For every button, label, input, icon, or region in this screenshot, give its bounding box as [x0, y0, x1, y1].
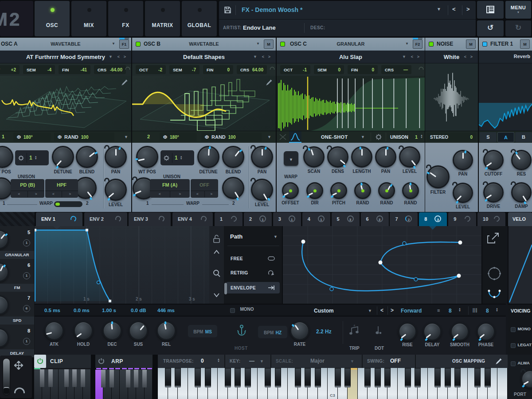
tab-env1[interactable]: ENV 1 [36, 212, 82, 226]
oscA-warp-mode[interactable]: PD (B)<> [11, 179, 44, 198]
white-key-34[interactable] [497, 368, 508, 399]
tab-lfo-4[interactable]: 41 [302, 212, 330, 226]
knob-noise-LEVEL[interactable]: LEVEL [448, 183, 478, 209]
black-key-20[interactable] [364, 368, 371, 387]
black-key-25[interactable] [415, 368, 421, 387]
host-anchor-icon[interactable] [236, 325, 247, 336]
lfo-shape-value[interactable]: Custom [314, 308, 334, 314]
arpkeys-black-4[interactable] [134, 370, 138, 387]
arpkeys-black-3[interactable] [126, 370, 130, 387]
artist-value[interactable]: Endov Lane [243, 24, 276, 31]
oscA-badge[interactable]: F1 [119, 39, 129, 49]
black-key-1[interactable] [175, 368, 181, 387]
noise-next[interactable]: > [470, 55, 473, 59]
clipkeys-black-5[interactable] [81, 369, 85, 387]
tab-lfo-2[interactable]: 21 [244, 212, 272, 226]
lfo-rate-value[interactable]: 2.2 Hz [316, 329, 332, 335]
oscC-tune-oct[interactable]: OCT-1 [280, 65, 310, 74]
oscC-warp-dropdown[interactable]: ▼ [284, 151, 298, 166]
preset-prev[interactable]: < [452, 6, 456, 12]
oscA-filter-mode[interactable]: HPF<> [45, 179, 78, 198]
black-key-7[interactable] [235, 368, 241, 387]
triplet-icon[interactable]: 3 [349, 325, 360, 335]
oscA-phase-rand[interactable]: ΦRAND100 [54, 133, 114, 141]
osc-mapping-label[interactable]: OSC MAPPING [452, 359, 485, 364]
unison-gear-icon[interactable] [375, 133, 382, 141]
lfo-mode-label[interactable]: Path [230, 233, 243, 240]
oscA-tune-oct[interactable]: OCT+2 [0, 65, 20, 74]
tab-lfo-10[interactable]: 10 [477, 212, 505, 226]
oneshot-value[interactable]: ONE-SHOT [321, 134, 348, 140]
lfo-display[interactable] [283, 226, 481, 304]
knob-lfo-RATE[interactable]: RATE [285, 321, 315, 347]
clipkeys-black-1[interactable] [48, 369, 53, 387]
clipkeys-black-0[interactable] [40, 369, 44, 387]
velo-display[interactable] [508, 226, 532, 304]
tab-lfo-7[interactable]: 72 [390, 212, 418, 226]
env-value-0[interactable]: 0.5 ms [44, 308, 60, 313]
knob-oscC-RAND5[interactable]: RAND [395, 182, 426, 205]
knob-oscA-BLEND[interactable]: BLEND [72, 146, 102, 174]
oscA-unison-stepper[interactable]: 1▲▼ [15, 150, 49, 165]
key-dropdown-icon[interactable]: ▼ [260, 359, 264, 364]
knob-oscA-PAN[interactable]: PAN [101, 146, 131, 174]
lfo-mode-envelope[interactable]: ENVELOPE [226, 282, 280, 293]
filter-tab-B[interactable]: B [515, 132, 532, 142]
undo-button[interactable]: ↺ [477, 20, 504, 36]
pitch-wheel[interactable] [3, 358, 10, 395]
preset-name[interactable]: FX - Demon Woosh * [242, 6, 302, 13]
black-key-15[interactable] [315, 368, 321, 387]
mod-slot-granular[interactable]: 51GRANULAR [0, 226, 34, 259]
transpose-stepper[interactable]: ▲▼ [217, 358, 220, 363]
filter-tab-A[interactable]: A [497, 132, 514, 142]
black-key-22[interactable] [384, 368, 391, 387]
oscC-mode-dropdown[interactable]: ▼ [405, 42, 409, 46]
dotted-icon[interactable] [374, 325, 382, 335]
lfo-mode-free[interactable]: FREE [226, 253, 280, 264]
oneshot-dropdown[interactable]: ▼ [361, 135, 365, 139]
tab-lfo-3[interactable]: 31 [273, 212, 301, 226]
save-icon[interactable] [224, 7, 231, 13]
black-key-14[interactable] [305, 368, 311, 387]
oscB-badge[interactable]: M [264, 39, 274, 49]
knob-env-DEC[interactable]: DEC [97, 321, 127, 347]
black-key-18[interactable] [344, 368, 351, 387]
mod-slot-delay[interactable]: 81DELAY [0, 325, 34, 357]
header-tab-global[interactable]: GLOBAL [182, 1, 217, 36]
oscC-unison-value[interactable]: 1 [415, 134, 418, 140]
mapping-edit-icon[interactable] [496, 358, 502, 364]
arpkeys-black-1[interactable] [110, 370, 114, 387]
header-tab-fx[interactable]: FX [108, 1, 143, 36]
voicing-mono-checkbox[interactable] [511, 327, 516, 332]
black-key-21[interactable] [375, 368, 381, 387]
black-key-27[interactable] [434, 368, 441, 387]
arpkeys-black-0[interactable] [101, 370, 106, 387]
oscB-tune-sem[interactable]: SEM-7 [169, 65, 200, 74]
black-key-31[interactable] [474, 368, 481, 387]
swing-value[interactable]: OFF [390, 358, 401, 364]
knob-filter-CUTOFF[interactable]: CUTOFF [478, 150, 509, 176]
knob-env-HOLD[interactable]: HOLD [68, 321, 98, 347]
black-key-29[interactable] [454, 368, 461, 387]
black-key-10[interactable] [265, 368, 271, 387]
lfo-mono-row[interactable]: MONO [224, 304, 283, 316]
black-key-24[interactable] [405, 368, 411, 387]
oscC-prev[interactable]: < [411, 55, 413, 59]
noise-display[interactable] [425, 63, 478, 131]
filter-badge[interactable]: M [520, 39, 530, 49]
env-value-3[interactable]: 0.0 dB [131, 308, 146, 313]
oscB-warp2-mode[interactable]: OFF<> [191, 179, 218, 198]
noise-enable-led[interactable] [429, 42, 434, 47]
tab-lfo-6[interactable]: 63 [361, 212, 389, 226]
knob-oscB-PAN[interactable]: PAN [247, 146, 277, 174]
mod-slot-fm[interactable]: 61FM [0, 259, 34, 292]
knob-oscB-BLEND[interactable]: BLEND [218, 146, 248, 174]
filter-route[interactable]: Reverb [514, 54, 530, 59]
header-tab-osc[interactable]: OSC [35, 1, 70, 36]
knob-filter-DAMP[interactable]: DAMP [506, 182, 532, 209]
knob-env-SUS[interactable]: SUS [123, 321, 153, 347]
black-key-13[interactable] [295, 368, 301, 387]
preset-next[interactable]: > [466, 6, 470, 12]
scale-value[interactable]: Major [310, 358, 325, 364]
env-value-2[interactable]: 1.00 s [102, 308, 116, 313]
